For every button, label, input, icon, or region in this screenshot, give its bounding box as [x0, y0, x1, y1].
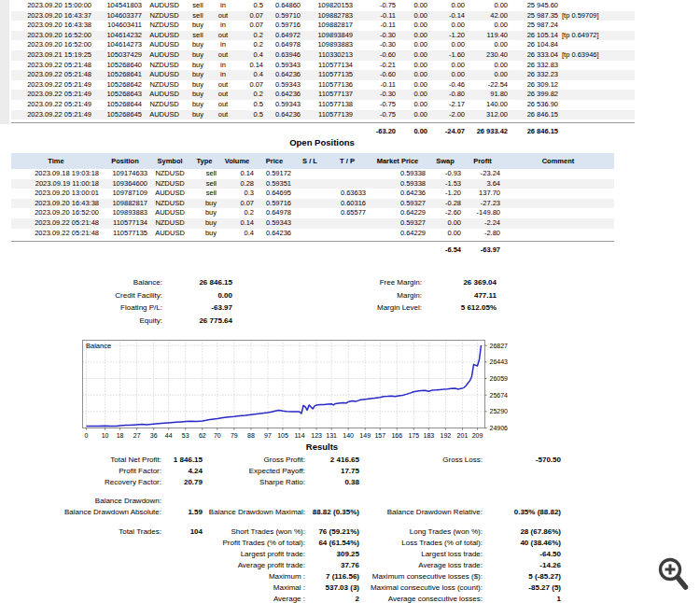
table-cell: 26 846.15: [510, 110, 560, 120]
table-cell: 0.4: [218, 229, 256, 239]
table-cell: 2023.09.20 15:00:00: [11, 1, 93, 11]
summary-label: Balance Drawdown Relative:: [362, 507, 485, 518]
summary-value: 2 416.65: [308, 455, 362, 466]
svg-text:25674: 25674: [490, 392, 509, 399]
summary-value: 28 (67.86%): [485, 526, 564, 538]
table-cell: -0.11: [355, 80, 398, 91]
table-cell: -0.11: [355, 11, 398, 21]
table-cell: 0.59172: [256, 169, 293, 179]
table-cell: [293, 218, 327, 229]
table-cell: 3.64: [463, 179, 502, 189]
summary-value: 5 612.05%: [425, 302, 499, 315]
table-cell: [293, 229, 327, 239]
summary-label: Margin Level:: [235, 302, 425, 315]
summary-row: Floating P/L:-63.97Margin Level:5 612.05…: [0, 302, 499, 315]
table-cell: NZDUSD: [149, 218, 190, 229]
svg-text:25290: 25290: [490, 408, 509, 414]
table-cell: -24.07: [429, 126, 467, 137]
table-cell: 0.00: [398, 31, 429, 41]
table-cell: 0.64236: [368, 189, 427, 199]
table-cell: in: [211, 21, 235, 31]
table-cell: 105268643: [93, 90, 144, 100]
svg-text:131: 131: [326, 432, 337, 439]
table-cell: [327, 218, 368, 229]
table-cell: 91.80: [467, 90, 510, 100]
table-cell: 0.00: [398, 61, 429, 71]
summary-label: Maximal :: [205, 582, 308, 594]
table-cell: [502, 229, 614, 239]
table-cell: out: [211, 100, 235, 110]
svg-text:26443: 26443: [490, 358, 509, 365]
table-row: 2023.09.20 15:00:00104541803AUDUSDsellin…: [11, 1, 635, 11]
table-cell: [tp 0.64972]: [560, 31, 635, 41]
table-cell: [235, 126, 265, 137]
table-cell: [368, 245, 427, 256]
table-cell: 0.2: [218, 208, 256, 218]
summary-label: Gross Profit:: [205, 455, 308, 466]
results-stats: Total Net Profit:1 846.15Gross Profit:2 …: [0, 455, 564, 603]
summary-value: 5 (-85.27): [485, 571, 564, 582]
summary-label: [362, 496, 485, 507]
balance-chart-svg: 0101827364453627079889710511412313114014…: [82, 340, 525, 444]
table-cell: 0.64236: [265, 70, 302, 80]
summary-row: Balance:26 846.15Free Margin:26 369.04: [0, 276, 499, 289]
summary-value: 37.76: [308, 560, 362, 571]
table-cell: out: [211, 31, 235, 41]
table-cell: 140.00: [467, 100, 510, 110]
table-cell: 0.00: [398, 80, 429, 91]
table-cell: -0.75: [355, 1, 398, 11]
summary-label: Margin:: [235, 289, 425, 302]
table-cell: 2023.09.22 05:21:49: [11, 100, 93, 110]
table-cell: 2023.09.20 16:43:38: [11, 199, 101, 209]
summary-label: Long Trades (won %):: [362, 526, 485, 538]
table-cell: 109893883: [101, 208, 149, 218]
table-cell: 0.00: [398, 21, 429, 31]
table-cell: 0.00: [429, 21, 467, 31]
table-cell: buy: [185, 40, 211, 50]
column-header: S / L: [293, 153, 327, 169]
table-cell: -0.30: [355, 31, 398, 41]
table-cell: AUDUSD: [144, 1, 185, 11]
table-cell: 26 104.84: [510, 40, 560, 50]
table-cell: 0.64972: [265, 31, 302, 41]
table-cell: buy: [190, 208, 218, 218]
table-cell: 312.00: [467, 110, 510, 120]
table-cell: AUDUSD: [149, 229, 190, 239]
table-cell: -2.00: [429, 110, 467, 120]
summary-row: Total Net Profit:1 846.15Gross Profit:2 …: [0, 455, 564, 466]
table-cell: 0.14: [218, 218, 256, 229]
table-cell: -2.80: [463, 229, 502, 239]
summary-label: Gross Loss:: [362, 455, 485, 466]
table-cell: out: [211, 110, 235, 120]
svg-text:26059: 26059: [490, 375, 509, 382]
zoom-in-icon[interactable]: [653, 556, 693, 601]
summary-row: Equity:26 775.64: [0, 315, 499, 328]
svg-text:53: 53: [182, 432, 189, 439]
table-row: 2023.09.22 05:21:48105268640NZDUSDbuyin0…: [11, 61, 635, 71]
table-cell: 0.63633: [327, 189, 368, 199]
table-cell: [560, 80, 635, 91]
table-cell: in: [211, 1, 235, 11]
table-cell: [211, 126, 235, 137]
table-cell: 109893849: [302, 31, 355, 41]
table-cell: 0.00: [427, 229, 463, 239]
table-cell: -6.54: [427, 245, 463, 256]
table-cell: 0.28: [218, 179, 256, 189]
summary-value: 2: [308, 594, 362, 603]
table-cell: 0.00: [398, 1, 429, 11]
svg-text:149: 149: [359, 432, 371, 439]
table-cell: 105268645: [93, 110, 144, 120]
table-row: 2023.09.22 05:21:48105268641AUDUSDbuyin0…: [11, 70, 635, 80]
table-cell: -0.75: [355, 110, 398, 120]
summary-value: 1 846.15: [164, 455, 205, 466]
table-cell: NZDUSD: [149, 199, 190, 209]
summary-value: 26 775.64: [165, 315, 235, 328]
table-cell: 26 105.14: [510, 31, 560, 41]
table-header-row: TimePositionSymbolTypeVolumePriceS / LT …: [11, 153, 614, 169]
table-cell: 25 945.60: [510, 1, 560, 11]
table-cell: -0.46: [429, 80, 467, 91]
table-cell: 0.00: [398, 100, 429, 110]
table-cell: -0.28: [427, 199, 463, 209]
table-cell: 26 309.12: [510, 80, 560, 91]
table-cell: -1.53: [427, 179, 463, 189]
